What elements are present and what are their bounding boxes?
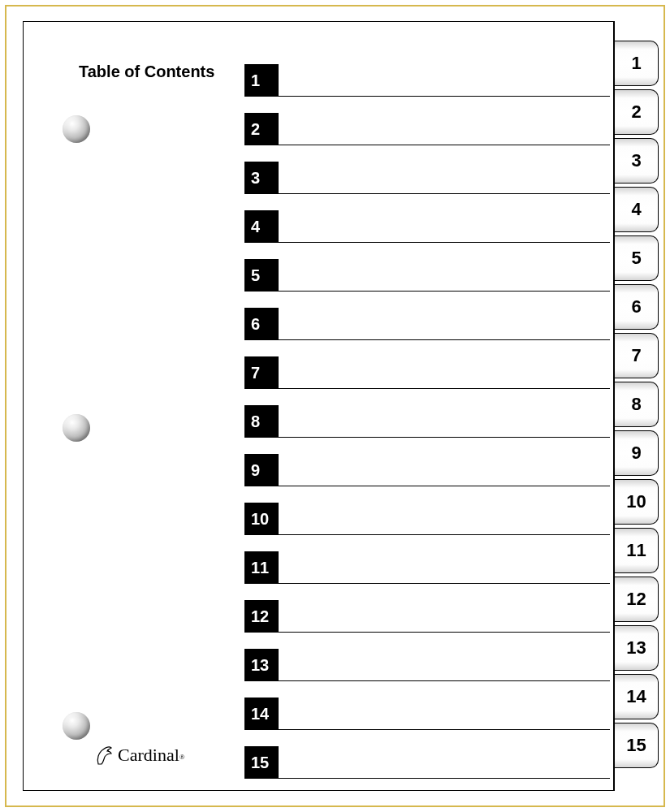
index-tab: 1 [615, 41, 659, 86]
tab-label: 1 [631, 53, 641, 74]
toc-row: 8 [244, 405, 610, 438]
toc-row: 6 [244, 308, 610, 340]
toc-entry-line [279, 241, 610, 243]
toc-row: 14 [244, 698, 610, 730]
toc-entry-line [279, 144, 610, 145]
tab-label: 5 [631, 248, 641, 269]
toc-row: 15 [244, 746, 610, 779]
tab-label: 15 [626, 735, 646, 756]
toc-row: 1 [244, 64, 610, 97]
tab-label: 4 [631, 199, 641, 220]
toc-number: 7 [244, 356, 279, 389]
toc-number: 3 [244, 162, 279, 194]
toc-entry-line [279, 339, 610, 340]
index-tab: 3 [615, 138, 659, 184]
binder-hole-icon [63, 712, 90, 740]
toc-row: 7 [244, 356, 610, 389]
toc-row: 5 [244, 259, 610, 292]
binder-hole-icon [63, 115, 90, 143]
index-tab: 13 [615, 625, 659, 671]
toc-number: 13 [244, 649, 279, 681]
brand-logo: Cardinal® [93, 743, 185, 767]
toc-number: 10 [244, 503, 279, 535]
brand-name: Cardinal [118, 745, 179, 766]
toc-entry-line [279, 436, 610, 438]
tab-label: 6 [631, 296, 641, 317]
tab-label: 7 [631, 345, 641, 366]
toc-number: 11 [244, 551, 279, 584]
index-tabs: 1 2 3 4 5 6 7 8 9 10 11 12 13 14 15 [615, 41, 659, 771]
toc-row: 4 [244, 210, 610, 243]
index-tab: 9 [615, 430, 659, 476]
toc-number: 2 [244, 113, 279, 145]
toc-row: 3 [244, 162, 610, 194]
page-title: Table of Contents [79, 63, 214, 81]
index-tab: 11 [615, 528, 659, 573]
toc-number: 1 [244, 64, 279, 97]
index-tab: 7 [615, 333, 659, 378]
binder-hole-icon [63, 414, 90, 442]
tab-label: 8 [631, 394, 641, 415]
toc-number: 5 [244, 259, 279, 292]
toc-row: 11 [244, 551, 610, 584]
index-tab: 2 [615, 89, 659, 135]
toc-page: Table of Contents 1 2 3 4 5 6 7 8 9 10 1… [23, 21, 614, 791]
tab-label: 13 [626, 637, 646, 659]
tab-label: 10 [626, 491, 646, 512]
toc-number: 14 [244, 698, 279, 730]
index-tab: 4 [615, 187, 659, 232]
tab-label: 9 [631, 443, 641, 464]
tab-label: 14 [626, 686, 646, 707]
tab-label: 2 [631, 102, 641, 123]
toc-entry-line [279, 485, 610, 486]
toc-list: 1 2 3 4 5 6 7 8 9 10 11 12 13 14 15 [244, 64, 610, 795]
toc-entry-line [279, 631, 610, 633]
toc-number: 8 [244, 405, 279, 438]
cardinal-bird-icon [93, 743, 115, 767]
index-tab: 15 [615, 723, 659, 768]
index-tab: 10 [615, 479, 659, 525]
toc-row: 2 [244, 113, 610, 145]
index-tab: 12 [615, 577, 659, 622]
toc-entry-line [279, 95, 610, 97]
toc-row: 9 [244, 454, 610, 486]
tab-label: 3 [631, 150, 641, 171]
toc-entry-line [279, 728, 610, 730]
toc-entry-line [279, 533, 610, 535]
toc-number: 6 [244, 308, 279, 340]
toc-row: 13 [244, 649, 610, 681]
tab-label: 11 [626, 540, 646, 561]
index-tab: 5 [615, 235, 659, 281]
toc-entry-line [279, 777, 610, 779]
toc-number: 15 [244, 746, 279, 779]
binder-holes [63, 22, 95, 790]
toc-number: 12 [244, 600, 279, 633]
toc-entry-line [279, 680, 610, 681]
toc-entry-line [279, 192, 610, 194]
index-tab: 8 [615, 382, 659, 427]
brand-registered-mark: ® [179, 753, 185, 761]
toc-number: 4 [244, 210, 279, 243]
tab-label: 12 [626, 589, 646, 610]
index-tab: 6 [615, 284, 659, 330]
toc-row: 12 [244, 600, 610, 633]
toc-entry-line [279, 387, 610, 389]
svg-point-0 [107, 749, 109, 751]
toc-entry-line [279, 290, 610, 292]
index-tab: 14 [615, 674, 659, 719]
toc-row: 10 [244, 503, 610, 535]
toc-entry-line [279, 582, 610, 584]
toc-number: 9 [244, 454, 279, 486]
